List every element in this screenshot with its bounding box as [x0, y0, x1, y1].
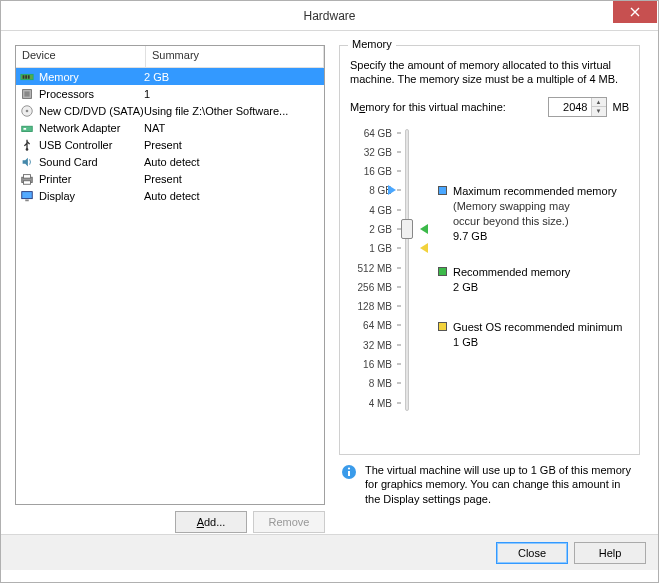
spin-down-button[interactable]: ▼	[592, 107, 606, 116]
device-name: Sound Card	[39, 156, 98, 168]
tick-label: 1 GB	[369, 243, 392, 254]
device-row[interactable]: Sound CardAuto detect	[16, 153, 324, 170]
dialog-footer: Close Help	[1, 534, 658, 570]
tick-label: 16 GB	[364, 166, 392, 177]
add-button[interactable]: Add...	[175, 511, 247, 533]
legend-swatch	[438, 267, 447, 276]
slider-thumb[interactable]	[401, 219, 413, 239]
slider-track	[405, 129, 409, 411]
svg-rect-8	[22, 126, 33, 131]
tick-label: 8 MB	[369, 378, 392, 389]
header-summary[interactable]: Summary	[146, 46, 324, 67]
device-list[interactable]: Device Summary Memory2 GBProcessors1New …	[15, 45, 325, 505]
close-icon	[630, 7, 640, 17]
cpu-icon	[19, 86, 35, 102]
content-area: Device Summary Memory2 GBProcessors1New …	[1, 31, 658, 534]
tick-label: 128 MB	[358, 301, 392, 312]
device-row[interactable]: USB ControllerPresent	[16, 136, 324, 153]
device-name: Display	[39, 190, 75, 202]
device-summary: Auto detect	[144, 190, 324, 202]
svg-rect-9	[24, 128, 27, 130]
device-summary: NAT	[144, 122, 324, 134]
info-icon	[341, 464, 357, 480]
device-list-header: Device Summary	[16, 46, 324, 68]
header-device[interactable]: Device	[16, 46, 146, 67]
svg-rect-13	[24, 180, 31, 184]
marker-max	[388, 185, 396, 195]
left-panel: Device Summary Memory2 GBProcessors1New …	[15, 45, 325, 534]
legend-value: 2 GB	[453, 280, 570, 295]
svg-point-7	[26, 109, 29, 112]
legend-title: Guest OS recommended minimum	[453, 320, 622, 335]
tick-label: 4 MB	[369, 397, 392, 408]
device-name: USB Controller	[39, 139, 112, 151]
memory-unit: MB	[613, 101, 630, 113]
tick-label: 4 GB	[369, 204, 392, 215]
svg-rect-3	[28, 75, 30, 79]
memory-input-row: Memory for this virtual machine: ▲ ▼ MB	[350, 97, 629, 117]
device-summary: Auto detect	[144, 156, 324, 168]
device-row[interactable]: New CD/DVD (SATA)Using file Z:\Other Sof…	[16, 102, 324, 119]
memory-spinner[interactable]: ▲ ▼	[548, 97, 607, 117]
window-close-button[interactable]	[613, 1, 657, 23]
device-name: Network Adapter	[39, 122, 120, 134]
svg-rect-5	[24, 91, 29, 96]
help-button[interactable]: Help	[574, 542, 646, 564]
tick-label: 32 MB	[363, 339, 392, 350]
tick-label: 512 MB	[358, 262, 392, 273]
groupbox-title: Memory	[348, 38, 396, 50]
device-summary: Present	[144, 139, 324, 151]
svg-rect-1	[23, 75, 25, 79]
device-row[interactable]: Processors1	[16, 85, 324, 102]
tick-label: 256 MB	[358, 281, 392, 292]
device-summary: 2 GB	[144, 71, 324, 83]
legend-title: Maximum recommended memory	[453, 184, 617, 199]
spin-up-button[interactable]: ▲	[592, 98, 606, 107]
memory-slider[interactable]	[400, 125, 416, 415]
svg-rect-15	[25, 199, 29, 201]
legend-swatch	[438, 322, 447, 331]
legend-title: Recommended memory	[453, 265, 570, 280]
network-icon	[19, 120, 35, 136]
svg-rect-2	[25, 75, 27, 79]
memory-legend: Maximum recommended memory(Memory swappi…	[416, 125, 629, 415]
device-row[interactable]: Network AdapterNAT	[16, 119, 324, 136]
svg-rect-17	[348, 471, 350, 476]
display-icon	[19, 188, 35, 204]
tick-label: 32 GB	[364, 146, 392, 157]
device-row[interactable]: DisplayAuto detect	[16, 187, 324, 204]
info-row: The virtual machine will use up to 1 GB …	[339, 455, 640, 506]
memory-input[interactable]	[549, 100, 591, 114]
device-row[interactable]: Memory2 GB	[16, 68, 324, 85]
legend-guest: Guest OS recommended minimum1 GB	[438, 320, 622, 350]
device-summary: 1	[144, 88, 324, 100]
close-button[interactable]: Close	[496, 542, 568, 564]
remove-button[interactable]: Remove	[253, 511, 325, 533]
left-buttons: Add... Remove	[15, 505, 325, 533]
window-title: Hardware	[303, 9, 355, 23]
titlebar: Hardware	[1, 1, 658, 31]
usb-icon	[19, 137, 35, 153]
device-name: New CD/DVD (SATA)	[39, 105, 144, 117]
tick-label: 16 MB	[363, 359, 392, 370]
memory-icon	[19, 69, 35, 85]
legend-swatch	[438, 186, 447, 195]
info-text: The virtual machine will use up to 1 GB …	[365, 463, 638, 506]
svg-rect-12	[24, 174, 31, 178]
memory-label: Memory for this virtual machine:	[350, 101, 506, 113]
tick-label: 2 GB	[369, 224, 392, 235]
memory-slider-area: 64 GB32 GB16 GB8 GB4 GB2 GB1 GB512 MB256…	[350, 125, 629, 415]
device-row[interactable]: PrinterPresent	[16, 170, 324, 187]
disc-icon	[19, 103, 35, 119]
device-name: Memory	[39, 71, 79, 83]
right-panel: Memory Specify the amount of memory allo…	[335, 45, 644, 534]
legend-rec: Recommended memory2 GB	[438, 265, 570, 295]
memory-groupbox: Memory Specify the amount of memory allo…	[339, 45, 640, 455]
tick-label: 64 MB	[363, 320, 392, 331]
legend-max: Maximum recommended memory(Memory swappi…	[438, 184, 617, 243]
slider-ticks: 64 GB32 GB16 GB8 GB4 GB2 GB1 GB512 MB256…	[350, 125, 400, 415]
device-name: Printer	[39, 173, 71, 185]
svg-rect-14	[22, 191, 33, 198]
sound-icon	[19, 154, 35, 170]
svg-point-18	[348, 467, 350, 469]
